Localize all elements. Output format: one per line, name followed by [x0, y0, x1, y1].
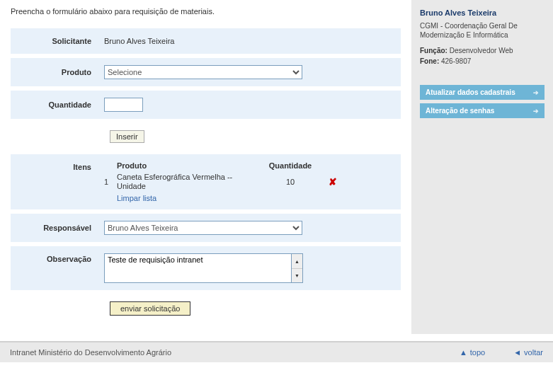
- arrow-right-icon: ➔: [533, 108, 539, 115]
- row-enviar: enviar solicitação: [11, 294, 401, 323]
- textarea-observacao[interactable]: Teste de requisição intranet: [104, 253, 292, 283]
- label-responsavel: Responsável: [19, 224, 104, 232]
- itens-header: Produto Quantidade: [104, 161, 392, 170]
- item-quantidade: 10: [258, 178, 322, 186]
- footer: Intranet Ministério do Desenvolvimento A…: [0, 341, 553, 362]
- link-topo[interactable]: ▲topo: [460, 348, 485, 357]
- sidebar-user-dept: CGMI - Coordenação Geral De Modernização…: [420, 21, 545, 40]
- btn-alteracao-senhas[interactable]: Alteração de senhas ➔: [420, 103, 545, 118]
- textarea-stepper: ▲ ▼: [292, 253, 303, 283]
- label-solicitante: Solicitante: [19, 37, 104, 45]
- item-num: 1: [104, 178, 117, 186]
- label-produto: Produto: [19, 68, 104, 76]
- itens-header-produto: Produto: [117, 161, 258, 170]
- main-content: Preencha o formulário abaixo para requis…: [0, 0, 411, 334]
- sidebar: Bruno Alves Teixeira CGMI - Coordenação …: [411, 0, 553, 334]
- row-itens: Itens Produto Quantidade 1 Caneta Esfero…: [11, 154, 401, 209]
- arrow-right-icon: ➔: [533, 89, 539, 96]
- btn-enviar-solicitacao[interactable]: enviar solicitação: [110, 301, 190, 316]
- stepper-up-icon[interactable]: ▲: [292, 254, 302, 269]
- footer-text: Intranet Ministério do Desenvolvimento A…: [10, 348, 460, 357]
- row-quantidade: Quantidade: [11, 91, 401, 119]
- btn-inserir[interactable]: Inserir: [110, 130, 144, 143]
- stepper-down-icon[interactable]: ▼: [292, 269, 302, 283]
- label-quantidade: Quantidade: [19, 100, 104, 109]
- sidebar-fone: Fone: 426-9807: [420, 57, 545, 65]
- label-observacao: Observação: [19, 253, 104, 263]
- input-quantidade[interactable]: [104, 98, 143, 112]
- itens-header-quantidade: Quantidade: [258, 161, 322, 170]
- row-solicitante: Solicitante Bruno Alves Teixeira: [11, 28, 401, 54]
- item-produto: Caneta Esferográfica Vermelha -- Unidade: [117, 173, 258, 191]
- row-inserir: Inserir: [11, 123, 401, 150]
- form-intro: Preencha o formulário abaixo para requis…: [11, 7, 401, 16]
- sidebar-funcao: Função: Desenvolvedor Web: [420, 47, 545, 54]
- sidebar-user-name: Bruno Alves Teixeira: [420, 8, 545, 17]
- label-itens: Itens: [19, 161, 104, 171]
- row-observacao: Observação Teste de requisição intranet …: [11, 246, 401, 290]
- row-produto: Produto Selecione: [11, 58, 401, 86]
- arrow-up-icon: ▲: [460, 348, 467, 357]
- link-voltar[interactable]: ◄voltar: [513, 348, 543, 357]
- arrow-left-icon: ◄: [513, 348, 521, 357]
- link-limpar-lista[interactable]: Limpar lista: [117, 194, 156, 202]
- delete-item-icon[interactable]: ✘: [329, 176, 337, 188]
- row-responsavel: Responsável Bruno Alves Teixeira: [11, 214, 401, 242]
- value-solicitante: Bruno Alves Teixeira: [104, 37, 392, 45]
- select-responsavel[interactable]: Bruno Alves Teixeira: [104, 221, 302, 235]
- btn-atualizar-dados[interactable]: Atualizar dados cadastrais ➔: [420, 85, 545, 100]
- select-produto[interactable]: Selecione: [104, 65, 302, 79]
- table-row: 1 Caneta Esferográfica Vermelha -- Unida…: [104, 173, 392, 191]
